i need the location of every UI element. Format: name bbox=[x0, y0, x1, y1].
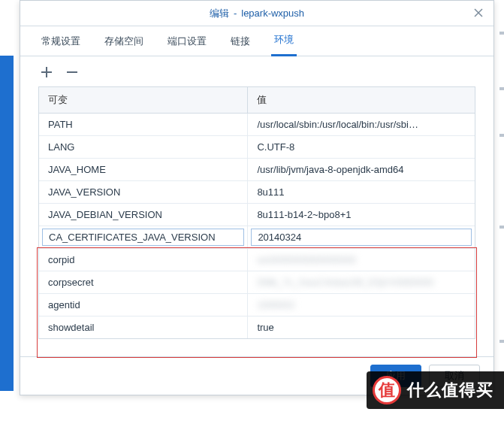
table-header: 可变 值 bbox=[39, 87, 475, 114]
table-row[interactable]: corpsecretDMk_7v_XwuC4nbaU0ll_E5jVV00000… bbox=[39, 271, 475, 294]
edge-mark bbox=[499, 87, 504, 90]
cell-value: 1000002 bbox=[248, 294, 475, 316]
title-separator: - bbox=[234, 8, 237, 19]
cell-value: wx0000000000000000 bbox=[248, 249, 475, 271]
table-row[interactable]: JAVA_HOME/usr/lib/jvm/java-8-openjdk-amd… bbox=[39, 159, 475, 181]
table-row[interactable]: corpidwx0000000000000000 bbox=[39, 249, 475, 271]
env-toolbar bbox=[20, 56, 493, 86]
cell-key: JAVA_HOME bbox=[39, 159, 248, 180]
title-prefix: 编辑 bbox=[210, 7, 229, 20]
table-body: PATH/usr/local/sbin:/usr/local/bin:/usr/… bbox=[39, 114, 475, 338]
dialog-title: 编辑 - lepark-wxpush bbox=[210, 7, 304, 20]
tab-0[interactable]: 常规设置 bbox=[38, 27, 83, 56]
apply-button[interactable]: 应用 bbox=[370, 365, 421, 387]
edit-dialog: 编辑 - lepark-wxpush 常规设置存储空间端口设置链接环境 可变 值 bbox=[20, 0, 494, 395]
cell-key bbox=[39, 226, 248, 248]
cell-key: showdetail bbox=[39, 317, 248, 338]
tab-1[interactable]: 存储空间 bbox=[101, 27, 146, 56]
cell-key: corpid bbox=[39, 249, 248, 271]
cell-value: 8u111 bbox=[248, 181, 475, 203]
backdrop-aside bbox=[0, 56, 14, 391]
cell-key: JAVA_DEBIAN_VERSION bbox=[39, 204, 248, 226]
table-row[interactable]: LANGC.UTF-8 bbox=[39, 136, 475, 159]
close-icon[interactable] bbox=[472, 7, 484, 19]
cell-value: /usr/local/sbin:/usr/local/bin:/usr/sbi… bbox=[248, 114, 475, 135]
table-row[interactable]: JAVA_DEBIAN_VERSION8u111-b14-2~bpo8+1 bbox=[39, 204, 475, 226]
dialog-footer: 应用 取消 bbox=[20, 356, 493, 395]
tab-strip: 常规设置存储空间端口设置链接环境 bbox=[20, 26, 493, 56]
cell-key: JAVA_VERSION bbox=[39, 181, 248, 203]
tab-2[interactable]: 端口设置 bbox=[164, 27, 210, 56]
redacted-value: wx0000000000000000 bbox=[257, 254, 356, 265]
header-key: 可变 bbox=[39, 87, 248, 113]
env-value-input[interactable] bbox=[251, 229, 472, 246]
header-value: 值 bbox=[248, 87, 475, 113]
cell-key: agentid bbox=[39, 294, 248, 316]
cell-value: 8u111-b14-2~bpo8+1 bbox=[248, 204, 475, 226]
edge-mark bbox=[499, 340, 504, 343]
cell-value: C.UTF-8 bbox=[248, 136, 475, 158]
env-key-input[interactable] bbox=[42, 229, 244, 246]
edge-mark bbox=[499, 226, 504, 229]
titlebar: 编辑 - lepark-wxpush bbox=[20, 1, 493, 26]
table-row[interactable]: PATH/usr/local/sbin:/usr/local/bin:/usr/… bbox=[39, 114, 475, 136]
remove-icon[interactable] bbox=[64, 64, 80, 80]
table-row[interactable] bbox=[39, 226, 475, 249]
cell-key: PATH bbox=[39, 114, 248, 135]
tab-4[interactable]: 环境 bbox=[271, 26, 297, 56]
table-row[interactable]: agentid1000002 bbox=[39, 294, 475, 317]
cell-value: DMk_7v_XwuC4nbaU0ll_E5jVV0000000 bbox=[248, 271, 475, 293]
redacted-value: 1000002 bbox=[257, 299, 295, 310]
tab-3[interactable]: 链接 bbox=[228, 27, 253, 56]
cell-value bbox=[248, 226, 475, 248]
add-icon[interactable] bbox=[38, 64, 55, 80]
title-name: lepark-wxpush bbox=[241, 8, 304, 19]
table-row[interactable]: showdetailtrue bbox=[39, 317, 475, 338]
cancel-button[interactable]: 取消 bbox=[429, 365, 480, 387]
table-row[interactable]: JAVA_VERSION8u111 bbox=[39, 181, 475, 204]
redacted-value: DMk_7v_XwuC4nbaU0ll_E5jVV0000000 bbox=[257, 277, 433, 288]
edge-mark bbox=[499, 134, 504, 137]
edge-mark bbox=[499, 32, 504, 35]
cell-value: /usr/lib/jvm/java-8-openjdk-amd64 bbox=[248, 159, 475, 180]
cell-value: true bbox=[248, 317, 475, 338]
cell-key: corpsecret bbox=[39, 271, 248, 293]
env-table: 可变 值 PATH/usr/local/sbin:/usr/local/bin:… bbox=[38, 86, 475, 339]
cell-key: LANG bbox=[39, 136, 248, 158]
